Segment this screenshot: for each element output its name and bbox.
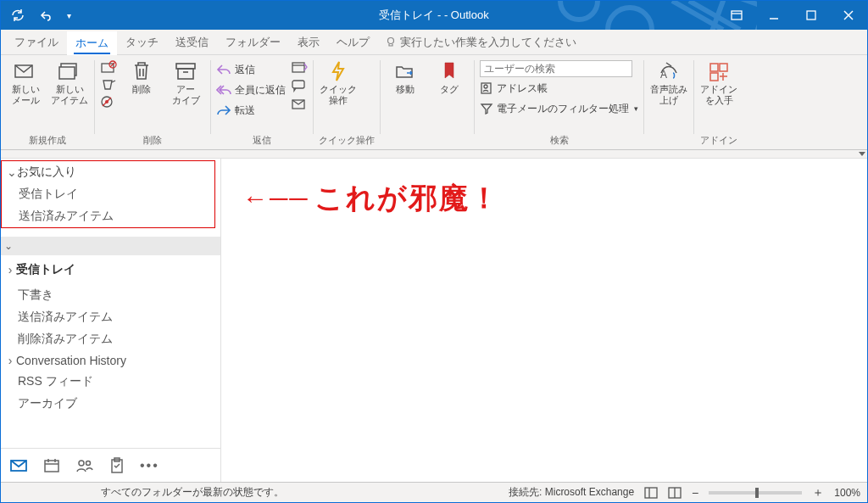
status-connection-text: 接続先: Microsoft Exchange [509, 485, 634, 500]
delete-button[interactable]: 削除 [122, 59, 161, 95]
tab-folder[interactable]: フォルダー [217, 30, 289, 54]
view-normal-icon[interactable] [644, 487, 658, 499]
chevron-right-icon: › [6, 354, 14, 367]
tasks-icon[interactable] [109, 457, 125, 474]
meeting-icon[interactable] [291, 60, 308, 74]
svg-text:A: A [660, 69, 667, 81]
svg-rect-42 [645, 488, 657, 498]
folder-sent[interactable]: 送信済みアイテム [1, 306, 220, 328]
calendar-icon[interactable] [43, 458, 60, 473]
svg-rect-34 [45, 461, 58, 472]
arrow-left-icon: ←── [242, 184, 309, 213]
ribbon-tabs: ファイル ホーム タッチ 送受信 フォルダー 表示 ヘルプ 実行したい作業を入力… [1, 30, 867, 55]
svg-rect-30 [710, 73, 718, 81]
tab-touch[interactable]: タッチ [117, 30, 167, 54]
folder-drafts[interactable]: 下書き [1, 284, 220, 306]
zoom-in-button[interactable]: ＋ [812, 485, 824, 500]
svg-rect-20 [178, 69, 193, 79]
svg-rect-19 [176, 64, 195, 69]
zoom-out-button[interactable]: − [692, 486, 698, 500]
svg-line-18 [103, 98, 111, 106]
new-mail-button[interactable]: 新しい メール [6, 59, 45, 106]
im-icon[interactable] [291, 79, 308, 92]
group-find-label: 検索 [480, 134, 638, 149]
tag-button[interactable]: タグ [430, 59, 469, 95]
folder-archive[interactable]: アーカイブ [1, 393, 220, 415]
folder-conversation-history[interactable]: ›Conversation History [1, 350, 220, 371]
folder-deleted[interactable]: 削除済みアイテム [1, 328, 220, 350]
nav-more-icon[interactable]: ••• [140, 458, 159, 473]
status-bar: すべてのフォルダーが最新の状態です。 接続先: Microsoft Exchan… [1, 482, 867, 502]
window-title: 受信トレイ - - Outlook [379, 8, 488, 23]
address-book-button[interactable]: アドレス帳 [480, 79, 638, 98]
archive-button[interactable]: アー カイブ [166, 59, 205, 106]
quick-steps-button[interactable]: クイック 操作 [319, 59, 358, 106]
svg-point-0 [560, 1, 598, 20]
filter-email-button[interactable]: 電子メールのフィルター処理▾ [480, 99, 638, 118]
qat-customize-icon[interactable]: ▾ [64, 1, 75, 30]
get-addins-button[interactable]: アドイン を入手 [699, 59, 738, 106]
navigation-bar: ••• [1, 448, 220, 482]
ribbon: 新しい メール 新しい アイテム 新規作成 削除 [1, 55, 867, 150]
account-header[interactable]: ⌄ [1, 237, 220, 255]
sync-icon[interactable] [8, 1, 28, 30]
svg-rect-22 [292, 63, 304, 72]
chevron-down-icon: ⌄ [7, 165, 15, 179]
maximize-button[interactable] [793, 1, 830, 30]
read-aloud-button[interactable]: A 音声読み 上げ [649, 59, 688, 106]
tab-sendreceive[interactable]: 送受信 [167, 30, 217, 54]
svg-point-39 [86, 461, 91, 465]
svg-rect-28 [710, 64, 718, 71]
group-quick-label: クイック操作 [319, 134, 375, 149]
reading-pane: ←── これが邪魔！ [221, 159, 867, 482]
tab-help[interactable]: ヘルプ [328, 30, 378, 54]
ignore-icon[interactable] [100, 60, 117, 75]
close-button[interactable] [830, 1, 867, 30]
favorite-inbox[interactable]: 受信トレイ [2, 183, 214, 205]
move-button[interactable]: 移動 [386, 59, 425, 95]
folder-rss[interactable]: RSS フィード [1, 371, 220, 393]
title-bar: ▾ 受信トレイ - - Outlook [1, 1, 867, 30]
favorites-section: ⌄お気に入り 受信トレイ 送信済みアイテム [1, 160, 215, 228]
people-icon[interactable] [75, 458, 94, 473]
view-reading-icon[interactable] [668, 487, 682, 499]
reply-all-button[interactable]: 全員に返信 [216, 81, 286, 99]
svg-rect-23 [292, 81, 304, 88]
cleanup-icon[interactable] [100, 77, 117, 92]
undo-icon[interactable] [36, 1, 55, 30]
svg-point-1 [608, 8, 652, 30]
lightbulb-icon [385, 36, 397, 48]
group-delete-label: 削除 [100, 134, 205, 149]
svg-point-38 [79, 461, 84, 466]
more-respond-icon[interactable] [291, 98, 308, 111]
status-sync-text: すべてのフォルダーが最新の状態です。 [101, 485, 284, 500]
tell-me-search[interactable]: 実行したい作業を入力してください [385, 30, 576, 54]
group-new-label: 新規作成 [6, 134, 89, 149]
forward-button[interactable]: 転送 [216, 101, 286, 120]
ribbon-collapse-toggle[interactable] [1, 150, 867, 159]
zoom-slider[interactable] [709, 491, 802, 495]
svg-line-15 [110, 62, 115, 67]
tab-home[interactable]: ホーム [67, 30, 117, 54]
svg-point-26 [484, 85, 487, 88]
reply-button[interactable]: 返信 [216, 60, 286, 79]
minimize-button[interactable] [755, 1, 793, 30]
people-search-input[interactable] [480, 60, 632, 77]
tab-view[interactable]: 表示 [289, 30, 328, 54]
group-addin-label: アドイン [699, 134, 738, 149]
junk-icon[interactable] [100, 94, 117, 109]
tab-file[interactable]: ファイル [6, 30, 67, 54]
zoom-level[interactable]: 100% [834, 487, 860, 499]
folder-pane: ⌄お気に入り 受信トレイ 送信済みアイテム ⌄ ›受信トレイ 下書き 送信済みア… [1, 159, 221, 482]
favorites-header[interactable]: ⌄お気に入り [2, 161, 214, 183]
chevron-down-icon: ⌄ [4, 240, 13, 252]
svg-rect-29 [720, 64, 727, 71]
svg-point-9 [388, 37, 394, 43]
mail-icon[interactable] [9, 458, 28, 473]
svg-rect-12 [59, 67, 75, 79]
new-item-button[interactable]: 新しい アイテム [50, 59, 89, 106]
favorite-sent[interactable]: 送信済みアイテム [2, 205, 214, 227]
folder-inbox[interactable]: ›受信トレイ [1, 255, 220, 284]
annotation-overlay: ←── これが邪魔！ [242, 179, 500, 218]
group-respond-label: 返信 [216, 134, 308, 149]
